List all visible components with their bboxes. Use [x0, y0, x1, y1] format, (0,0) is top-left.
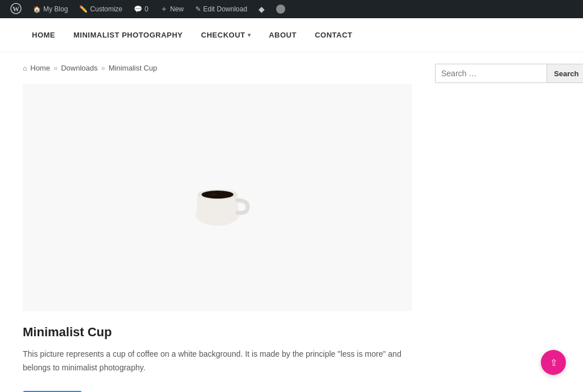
- new-label: New: [170, 5, 184, 13]
- edit-download-link[interactable]: ✎ Edit Download: [191, 0, 252, 18]
- svg-point-4: [202, 191, 233, 199]
- breadcrumb: ⌂ Home » Downloads » Minimalist Cup: [23, 64, 412, 72]
- admin-bar: W 🏠 My Blog ✏️ Customize 💬 0 ＋ New ✎ Edi…: [0, 0, 583, 18]
- nav-checkout[interactable]: CHECKOUT ▾: [192, 18, 260, 52]
- breadcrumb-sep-2: »: [101, 64, 105, 72]
- product-description: This picture represents a cup of coffee …: [23, 348, 412, 375]
- edd-icon: ◆: [258, 5, 265, 14]
- breadcrumb-home[interactable]: Home: [30, 64, 50, 72]
- svg-point-5: [210, 193, 217, 196]
- new-link[interactable]: ＋ New: [155, 0, 188, 18]
- nav-contact[interactable]: CONTACT: [306, 18, 362, 52]
- nav-minimalist-photography[interactable]: MINIMALIST PHOTOGRAPHY: [64, 18, 192, 52]
- comments-link[interactable]: 💬 0: [129, 0, 153, 18]
- search-input[interactable]: [435, 64, 547, 83]
- pencil-icon: ✎: [195, 5, 201, 13]
- nav-home[interactable]: HOME: [23, 18, 64, 52]
- comments-count: 0: [145, 5, 149, 13]
- comments-icon: 💬: [134, 5, 142, 13]
- product-title: Minimalist Cup: [23, 325, 412, 340]
- avatar-link[interactable]: [272, 0, 290, 18]
- customize-icon: ✏️: [79, 5, 88, 13]
- checkout-dropdown-arrow: ▾: [248, 32, 251, 38]
- edit-download-label: Edit Download: [203, 5, 247, 13]
- wp-logo-link[interactable]: W: [6, 0, 26, 18]
- customize-label: Customize: [90, 5, 122, 13]
- top-navigation: HOME MINIMALIST PHOTOGRAPHY CHECKOUT ▾ A…: [0, 18, 583, 52]
- product-image: [180, 160, 254, 234]
- sidebar: Search: [435, 64, 560, 392]
- svg-text:W: W: [13, 5, 19, 13]
- chevron-up-icon: ⇧: [550, 357, 557, 368]
- product-image-container: [23, 84, 412, 311]
- nav-about[interactable]: ABOUT: [260, 18, 306, 52]
- avatar-icon: [276, 5, 285, 14]
- my-blog-label: My Blog: [43, 5, 68, 13]
- edd-link[interactable]: ◆: [254, 0, 269, 18]
- wp-logo-icon: W: [10, 3, 22, 16]
- main-content: ⌂ Home » Downloads » Minimalist Cup: [0, 52, 583, 392]
- breadcrumb-downloads[interactable]: Downloads: [61, 64, 97, 72]
- site-icon: 🏠: [33, 6, 41, 13]
- search-button[interactable]: Search: [547, 64, 583, 83]
- breadcrumb-current: Minimalist Cup: [109, 64, 157, 72]
- home-icon: ⌂: [23, 64, 27, 72]
- scroll-to-top-button[interactable]: ⇧: [541, 350, 566, 375]
- breadcrumb-sep-1: »: [54, 64, 58, 72]
- plus-icon: ＋: [160, 4, 168, 14]
- customize-link[interactable]: ✏️ Customize: [75, 0, 127, 18]
- left-column: ⌂ Home » Downloads » Minimalist Cup: [23, 64, 412, 392]
- my-blog-link[interactable]: 🏠 My Blog: [28, 0, 72, 18]
- search-widget: Search: [435, 64, 560, 83]
